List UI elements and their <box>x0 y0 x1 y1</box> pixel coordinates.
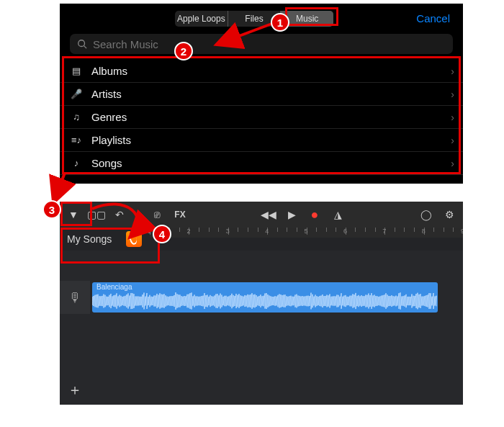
chevron-right-icon: › <box>451 112 454 123</box>
browse-row-genres[interactable]: ♫ Genres › <box>60 106 463 129</box>
step-badge-2: 2 <box>174 42 193 60</box>
undo-button[interactable]: ↶ <box>110 205 129 224</box>
step-badge-3: 3 <box>42 200 61 219</box>
cancel-button[interactable]: Cancel <box>416 12 450 24</box>
browse-label: Playlists <box>84 134 451 146</box>
waveform-icon <box>92 291 438 311</box>
song-icon: ♪ <box>68 158 84 168</box>
browse-label: Genres <box>84 111 451 123</box>
browse-row-artists[interactable]: 🎤 Artists › <box>60 83 463 106</box>
tracks-area: 🎙 Balenciaga ＋ <box>60 251 463 405</box>
add-track-button[interactable]: ＋ <box>66 380 84 399</box>
browse-label: Albums <box>84 65 451 77</box>
metronome-button[interactable]: ◮ <box>328 205 347 224</box>
loop-browser-button[interactable]: ◯ <box>417 205 436 224</box>
my-songs-button[interactable]: My Songs <box>60 233 112 245</box>
svg-line-1 <box>84 46 87 49</box>
browse-row-songs[interactable]: ♪ Songs › <box>60 152 463 175</box>
playlist-icon: ≡♪ <box>68 135 84 145</box>
tracks-editor-panel: ▼ ▢▢ ↶ ⎚ FX ◀◀ ▶ ● ◮ ◯ ⚙ 123456789 My So… <box>60 202 463 405</box>
artist-icon: 🎤 <box>68 89 84 99</box>
browse-row-albums[interactable]: ▤ Albums › <box>60 60 463 83</box>
settings-gear-icon[interactable]: ⚙ <box>440 205 459 224</box>
mixer-icon[interactable]: ⎚ <box>148 205 166 224</box>
browse-row-playlists[interactable]: ≡♪ Playlists › <box>60 129 463 152</box>
chevron-right-icon: › <box>451 158 454 169</box>
source-segmented-control: Apple Loops Files Music <box>175 11 333 27</box>
album-icon: ▤ <box>68 66 84 76</box>
browser-toggle-button[interactable]: ▢▢ <box>87 205 106 224</box>
step-badge-4: 4 <box>153 225 171 243</box>
chevron-right-icon: › <box>451 66 454 77</box>
browse-label: Artists <box>84 88 451 100</box>
play-button[interactable]: ▶ <box>282 205 301 224</box>
track-header[interactable]: 🎙 <box>60 281 90 314</box>
timeline-ruler[interactable]: 123456789 <box>150 228 463 238</box>
chevron-right-icon: › <box>451 135 454 146</box>
browse-label: Songs <box>84 157 451 169</box>
editor-toolbar: ▼ ▢▢ ↶ ⎚ FX ◀◀ ▶ ● ◮ ◯ ⚙ <box>60 202 463 228</box>
search-input[interactable] <box>93 38 446 50</box>
fx-button[interactable]: FX <box>171 205 189 224</box>
record-button[interactable]: ● <box>305 205 324 224</box>
garageband-logo-icon <box>126 231 142 247</box>
search-icon <box>77 39 87 49</box>
region-title: Balenciaga <box>96 283 132 291</box>
search-field[interactable] <box>70 34 453 54</box>
svg-point-0 <box>78 40 85 47</box>
browse-list: ▤ Albums › 🎤 Artists › ♫ Genres › ≡♪ Pla… <box>60 60 463 175</box>
tab-apple-loops[interactable]: Apple Loops <box>175 11 228 27</box>
tracks-view-button[interactable]: ▼ <box>64 205 83 224</box>
step-badge-1: 1 <box>271 13 289 32</box>
chevron-right-icon: › <box>451 89 454 100</box>
go-to-start-button[interactable]: ◀◀ <box>259 205 278 224</box>
genre-icon: ♫ <box>68 112 84 122</box>
music-browser-panel: Apple Loops Files Music Cancel ▤ Albums … <box>60 4 463 184</box>
audio-region[interactable]: Balenciaga <box>92 282 438 313</box>
microphone-icon: 🎙 <box>68 290 81 305</box>
